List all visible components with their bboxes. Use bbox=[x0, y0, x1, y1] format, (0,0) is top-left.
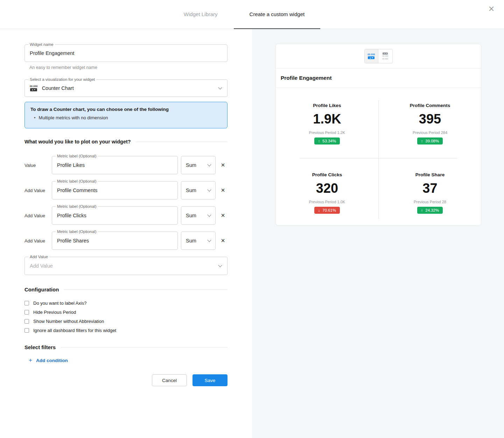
visualization-select[interactable]: Select a visualization for your widget 0… bbox=[24, 79, 227, 97]
counter-style-stacked-button[interactable]: 00.000 00.000 bbox=[378, 49, 392, 63]
change-badge: ↑ 53.34% bbox=[314, 137, 340, 144]
configuration-options: Do you want to label Axis? Hide Previous… bbox=[24, 298, 227, 333]
metric-label-input[interactable] bbox=[52, 182, 177, 199]
checkbox-icon[interactable] bbox=[24, 319, 29, 324]
counter-label: Profile Comments bbox=[410, 103, 450, 108]
counter-cell: Profile Share 37 Previous Period 28 ↑ 24… bbox=[379, 158, 481, 226]
counter-label: Profile Share bbox=[415, 172, 444, 177]
tab-create-custom-widget[interactable]: Create a custom widget bbox=[234, 0, 321, 29]
metric-label-input[interactable] bbox=[52, 156, 177, 174]
chevron-down-icon bbox=[207, 188, 211, 191]
metric-label-field: Metric label (Optional) bbox=[52, 232, 178, 250]
add-value-label: Add Value bbox=[28, 255, 49, 259]
aggregation-select[interactable]: Sum bbox=[181, 206, 216, 225]
configuration-heading-text: Configuration bbox=[24, 287, 59, 292]
metric-label-input[interactable] bbox=[52, 207, 177, 224]
plot-section-heading: What would you like to plot on your widg… bbox=[24, 139, 227, 144]
metric-row-label: Value bbox=[24, 163, 52, 168]
aggregation-select[interactable]: Sum bbox=[181, 156, 216, 174]
metric-label-input[interactable] bbox=[52, 232, 177, 249]
metric-row-label: Add Value bbox=[24, 238, 52, 243]
config-option-label-axis[interactable]: Do you want to label Axis? bbox=[24, 301, 227, 305]
info-box-bullet: • Multiple metrics with no dimension bbox=[30, 115, 222, 120]
counter-value: 320 bbox=[316, 181, 338, 196]
aggregation-value: Sum bbox=[186, 162, 196, 168]
counter-value: 395 bbox=[419, 112, 441, 126]
close-icon[interactable]: ✕ bbox=[485, 3, 498, 15]
visualization-label: Select a visualization for your widget bbox=[28, 77, 96, 82]
create-widget-modal: Widget Library Create a custom widget ✕ … bbox=[0, 0, 504, 438]
counter-cell: Profile Comments 395 Previous Period 284… bbox=[379, 89, 481, 158]
change-percent: 70.61% bbox=[322, 208, 336, 212]
counter-value: 1.9K bbox=[313, 112, 341, 126]
chevron-down-icon bbox=[218, 263, 222, 267]
metric-label-field: Metric label (Optional) bbox=[52, 181, 178, 199]
widget-name-input[interactable] bbox=[25, 45, 227, 62]
config-option-label: Hide Previous Period bbox=[33, 310, 76, 315]
counter-chart-icon: 00.000 bbox=[30, 85, 38, 91]
add-condition-label: Add condition bbox=[36, 358, 68, 363]
preview-widget-title: Profile Engagement bbox=[281, 75, 332, 81]
config-option-label: Show Number without Abbreviation bbox=[33, 319, 104, 324]
change-badge: ↑ 39.08% bbox=[417, 137, 443, 144]
widget-name-label: Widget name bbox=[28, 42, 55, 47]
preview-titlebar: Profile Engagement bbox=[276, 69, 481, 88]
heading-divider bbox=[64, 289, 227, 290]
counter-value: 37 bbox=[422, 181, 437, 196]
plus-icon: + bbox=[29, 358, 32, 363]
config-option-label: Do you want to label Axis? bbox=[33, 301, 86, 306]
metric-row: Value Metric label (Optional) Sum ✕ bbox=[24, 156, 227, 174]
widget-name-helper: An easy to remember widget name bbox=[24, 65, 227, 70]
trend-arrow-icon: ↑ bbox=[318, 139, 320, 143]
counter-previous-period: Previous Period 1.0K bbox=[309, 200, 345, 204]
bullet-dot: • bbox=[34, 115, 36, 120]
select-filters-heading: Select filters bbox=[24, 344, 227, 350]
info-box-bullet-text: Multiple metrics with no dimension bbox=[39, 115, 108, 120]
checkbox-icon[interactable] bbox=[24, 301, 29, 305]
counter-style-single-button[interactable]: 00.000 bbox=[365, 49, 379, 63]
aggregation-value: Sum bbox=[186, 188, 196, 193]
chevron-down-icon bbox=[207, 213, 211, 217]
checkbox-icon[interactable] bbox=[24, 328, 29, 333]
add-value-placeholder: Add Value bbox=[30, 263, 53, 269]
counter-previous-period: Previous Period 284 bbox=[413, 130, 447, 135]
counter-single-icon: 00.000 bbox=[368, 53, 375, 59]
metric-field-label: Metric label (Optional) bbox=[56, 204, 98, 209]
checkbox-icon[interactable] bbox=[24, 310, 29, 315]
trend-arrow-icon: ↑ bbox=[421, 139, 423, 143]
visualization-value: Counter Chart bbox=[42, 85, 219, 91]
add-value-select[interactable]: Add Value Add Value bbox=[24, 257, 227, 275]
plot-heading-text: What would you like to plot on your widg… bbox=[24, 139, 131, 144]
metric-label-field: Metric label (Optional) bbox=[52, 156, 178, 174]
counter-previous-period: Previous Period 28 bbox=[414, 200, 446, 204]
trend-arrow-icon: ↑ bbox=[421, 208, 423, 212]
configuration-heading: Configuration bbox=[24, 287, 227, 292]
preview-card: 00.000 00.000 00.000 Profile Engagemen bbox=[275, 44, 481, 226]
cancel-button[interactable]: Cancel bbox=[152, 374, 187, 386]
metric-row: Add Value Metric label (Optional) Sum ✕ bbox=[24, 232, 227, 250]
chevron-down-icon bbox=[207, 162, 211, 166]
tab-widget-library[interactable]: Widget Library bbox=[184, 0, 218, 29]
counter-style-segmented-control: 00.000 00.000 00.000 bbox=[364, 49, 393, 63]
remove-metric-icon[interactable]: ✕ bbox=[218, 160, 228, 170]
config-option-hide-previous-period[interactable]: Hide Previous Period bbox=[24, 310, 227, 315]
widget-form-panel: Widget name An easy to remember widget n… bbox=[0, 29, 252, 438]
counter-chart-info-box: To draw a Counter chart, you can choose … bbox=[24, 102, 227, 128]
counter-stacked-icon: 00.000 00.000 bbox=[383, 52, 388, 60]
config-option-show-number-without-abbreviation[interactable]: Show Number without Abbreviation bbox=[24, 319, 227, 324]
widget-preview-panel: 00.000 00.000 00.000 Profile Engagemen bbox=[252, 29, 504, 438]
counter-previous-period: Previous Period 1.2K bbox=[309, 130, 345, 135]
change-badge: ↑ 24.32% bbox=[417, 207, 443, 214]
aggregation-select[interactable]: Sum bbox=[181, 232, 216, 250]
save-button[interactable]: Save bbox=[192, 374, 227, 386]
aggregation-select[interactable]: Sum bbox=[181, 181, 216, 199]
preview-toolbar: 00.000 00.000 00.000 bbox=[276, 44, 481, 69]
remove-metric-icon[interactable]: ✕ bbox=[218, 210, 228, 221]
remove-metric-icon[interactable]: ✕ bbox=[218, 185, 228, 196]
config-option-label: Ignore all dashboard filters for this wi… bbox=[33, 328, 116, 333]
metric-row: Add Value Metric label (Optional) Sum ✕ bbox=[24, 181, 227, 199]
change-percent: 53.34% bbox=[322, 139, 336, 143]
config-option-ignore-dashboard-filters[interactable]: Ignore all dashboard filters for this wi… bbox=[24, 328, 227, 333]
remove-metric-icon[interactable]: ✕ bbox=[218, 235, 228, 246]
add-condition-button[interactable]: + Add condition bbox=[24, 358, 227, 363]
